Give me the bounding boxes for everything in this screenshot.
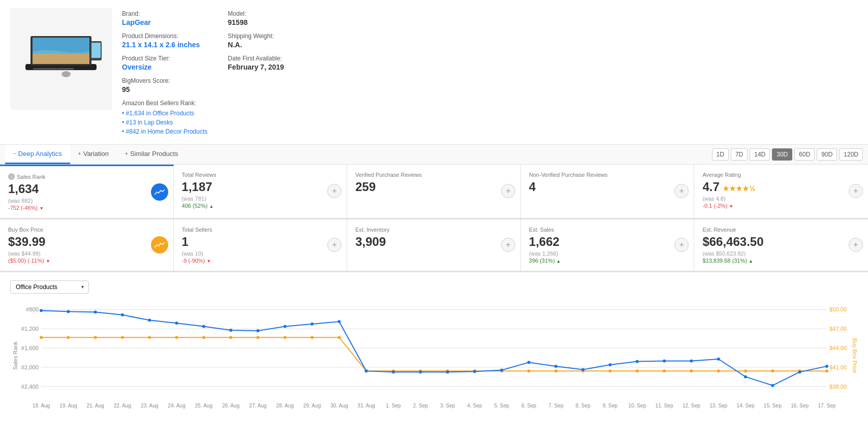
dimensions-field: Product Dimensions: 21.1 x 14.1 x 2.6 in… [122,33,207,49]
svg-point-20 [40,336,43,339]
metric-add-btn-2[interactable]: + [501,184,515,198]
metric-value-2: 3,909 [355,235,512,249]
metric-value-0: 1,634 [8,182,165,197]
period-btn-7d[interactable]: 7D [731,148,748,161]
svg-point-75 [717,357,720,360]
metric-add-btn-1[interactable]: + [327,184,342,198]
chart-container: #800#1,200#1,600#2,000#2,40018. Aug19. A… [10,300,858,412]
metric-value-2: 259 [355,180,512,195]
bsr-item: #1,634 in Office Products [122,109,207,118]
svg-text:#2,400: #2,400 [21,383,39,389]
metric-cell-2: Verified Purchase Reviews259+ [347,165,521,218]
svg-point-22 [94,336,97,339]
svg-point-52 [94,310,97,313]
svg-text:27. Aug: 27. Aug [249,403,266,408]
metric-add-btn-2[interactable]: + [501,238,515,252]
svg-text:29. Aug: 29. Aug [303,403,321,408]
period-btn-30d[interactable]: 30D [772,148,792,161]
svg-point-44 [690,369,693,372]
svg-text:5. Sep: 5. Sep [494,403,510,408]
svg-text:12. Sep: 12. Sep [683,403,700,408]
svg-point-43 [663,369,666,372]
metric-label-1: Total Sellers [182,227,339,233]
metric-cell-0: iSales Rank1,634(was 882)-752 (-46%) [0,165,174,218]
svg-point-67 [500,368,503,371]
chart-icon-blue[interactable] [151,183,168,201]
svg-rect-6 [91,43,101,58]
svg-point-57 [229,329,232,332]
svg-point-61 [337,320,340,323]
tab-variation[interactable]: + Variation [70,145,117,164]
svg-point-74 [690,359,693,362]
metric-change-1: 406 (52%) [182,203,339,209]
period-btn-60d[interactable]: 60D [794,148,815,161]
svg-text:Sales Rank: Sales Rank [12,341,18,370]
svg-point-47 [771,369,774,372]
svg-text:30. Aug: 30. Aug [330,403,348,408]
svg-point-60 [311,322,314,325]
metric-add-btn-4[interactable]: + [849,184,863,198]
metric-value-1: 1,187 [182,180,339,195]
svg-text:1. Sep: 1. Sep [386,403,401,408]
svg-rect-9 [33,68,74,70]
metric-add-btn-4[interactable]: + [849,238,863,252]
svg-point-21 [67,336,70,339]
up-arrow-icon [556,258,561,264]
tab-deep-analytics[interactable]: − Deep Analytics [5,145,70,164]
bigmovers-field: BigMovers Score: 95 [122,77,207,93]
svg-point-76 [744,375,747,378]
svg-text:#1,600: #1,600 [21,345,39,351]
metric-was-4: (was 4.8) [702,196,860,202]
metric-add-btn-3[interactable]: + [674,238,689,252]
metric-change-4: $13,839.68 (31%) [702,258,860,264]
period-btn-1d[interactable]: 1D [712,148,729,161]
metric-value-3: 4 [529,180,686,195]
svg-text:$44.00: $44.00 [829,345,847,351]
down-arrow-icon [207,258,211,264]
metric-add-btn-1[interactable]: + [327,238,342,252]
metric-label-2: Est. Inventory [355,227,512,233]
metric-change-3: 396 (31%) [529,258,686,264]
metric-add-btn-3[interactable]: + [674,184,689,198]
tab-similar-products[interactable]: + Similar Products [117,145,186,164]
metrics-row-1: iSales Rank1,634(was 882)-752 (-46%) Tot… [0,165,868,219]
category-dropdown[interactable]: Office ProductsLap DesksHome Décor Produ… [10,280,89,294]
metric-cell-2: Est. Inventory3,909+ [347,219,521,271]
metric-value-3: 1,662 [529,235,686,249]
metric-was-4: (was $50,623.82) [702,250,860,257]
metric-cell-1: Total Reviews1,187(was 781)406 (52%) + [174,165,348,218]
chart-icon-orange[interactable] [151,236,168,254]
product-info: Brand: LapGear Product Dimensions: 21.1 … [122,8,284,136]
svg-text:$47.00: $47.00 [829,326,847,332]
metric-cell-4: Est. Revenue$66,463.50(was $50,623.82)$1… [694,219,868,271]
down-arrow-icon [39,205,44,211]
metrics-row-2: Buy Box Price$39.99(was $44.99)($5.00) (… [0,219,868,272]
bsr-item: #13 in Lap Desks [122,118,207,127]
period-btn-120d[interactable]: 120D [839,148,863,161]
metric-change-4: -0.1 (-2%) [702,203,860,209]
date-value: February 7, 2019 [228,63,284,71]
svg-text:$50.00: $50.00 [829,306,847,312]
svg-text:Buy Box Price: Buy Box Price [852,338,858,373]
svg-point-65 [446,370,449,373]
svg-point-72 [636,360,639,363]
svg-text:28. Aug: 28. Aug [276,403,294,408]
svg-text:15. Sep: 15. Sep [764,403,782,408]
metric-label-4: Average Rating [702,172,860,178]
svg-point-38 [528,369,531,372]
svg-point-53 [121,313,124,316]
metric-change-1: -9 (-90%) [182,258,339,264]
metric-was-1: (was 10) [182,250,339,257]
svg-point-41 [608,369,611,372]
svg-point-27 [229,336,232,339]
period-btn-90d[interactable]: 90D [817,148,837,161]
svg-point-51 [67,310,70,313]
metric-label-3: Non-Verified Purchase Reviews [529,172,686,178]
svg-text:19. Aug: 19. Aug [59,403,77,408]
svg-text:#800: #800 [26,306,39,312]
period-btn-14d[interactable]: 14D [750,148,770,161]
svg-point-79 [825,364,828,367]
svg-point-30 [311,336,314,339]
svg-text:25. Aug: 25. Aug [195,403,212,408]
svg-point-28 [256,336,259,339]
